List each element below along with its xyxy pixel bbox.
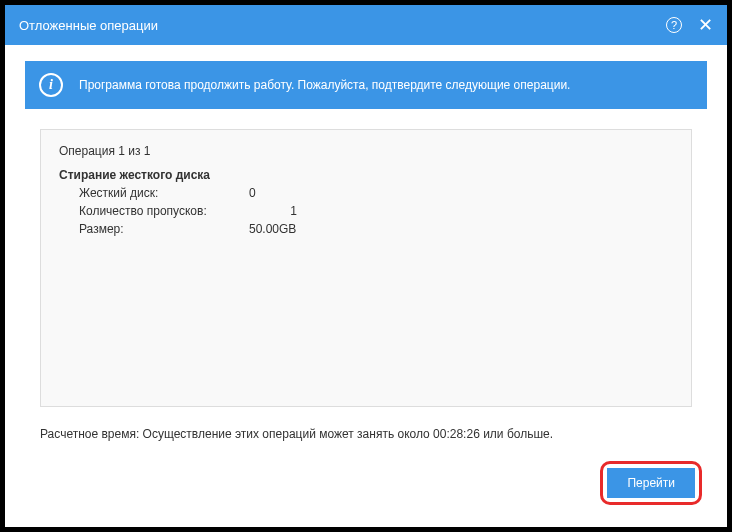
op-label: Количество пропусков:: [79, 202, 249, 220]
title-bar: Отложенные операции ? ✕: [5, 5, 727, 45]
op-row-disk: Жесткий диск: 0: [79, 184, 673, 202]
estimate-text: Расчетное время: Осуществление этих опер…: [40, 427, 553, 441]
title-actions: ? ✕: [666, 16, 713, 34]
op-row-passes: Количество пропусков: 1: [79, 202, 673, 220]
op-value: 50.00GB: [249, 220, 309, 238]
op-label: Жесткий диск:: [79, 184, 249, 202]
op-row-size: Размер: 50.00GB: [79, 220, 673, 238]
dialog-window: Отложенные операции ? ✕ i Программа гото…: [0, 0, 732, 532]
operation-details: Жесткий диск: 0 Количество пропусков: 1 …: [59, 184, 673, 238]
op-value: 1: [249, 202, 309, 220]
op-label: Размер:: [79, 220, 249, 238]
highlight-frame: Перейти: [600, 461, 702, 505]
proceed-button[interactable]: Перейти: [607, 468, 695, 498]
window-title: Отложенные операции: [19, 18, 666, 33]
help-icon[interactable]: ?: [666, 17, 682, 33]
operation-counter: Операция 1 из 1: [59, 144, 673, 158]
operation-title: Стирание жесткого диска: [59, 168, 673, 182]
info-message: Программа готова продолжить работу. Пожа…: [79, 78, 570, 92]
close-icon[interactable]: ✕: [698, 16, 713, 34]
operations-panel: Операция 1 из 1 Стирание жесткого диска …: [40, 129, 692, 407]
op-value: 0: [249, 184, 309, 202]
info-icon: i: [39, 73, 63, 97]
info-bar: i Программа готова продолжить работу. По…: [25, 61, 707, 109]
